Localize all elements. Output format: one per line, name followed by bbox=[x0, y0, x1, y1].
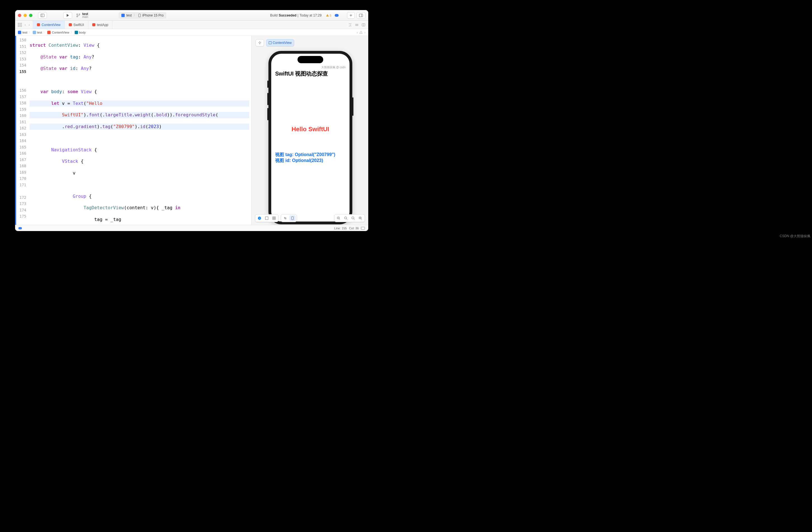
swift-file-icon bbox=[47, 31, 50, 34]
hello-text: Hello SwiftUI bbox=[275, 126, 346, 133]
debug-area-toggle[interactable] bbox=[361, 227, 365, 230]
preview-device-button[interactable] bbox=[289, 215, 295, 221]
library-button[interactable]: + bbox=[347, 12, 355, 19]
inspectors-toggle-button[interactable] bbox=[357, 12, 365, 19]
zoom-100-icon bbox=[351, 216, 355, 220]
sidebar-right-icon bbox=[359, 13, 363, 17]
svg-line-36 bbox=[346, 219, 347, 219]
editor-tabbar: ‹ › ContentView SwiftUI testApp bbox=[15, 21, 368, 29]
next-issue-button[interactable]: › bbox=[364, 31, 365, 34]
nav-forward-button[interactable]: › bbox=[29, 23, 30, 27]
svg-rect-11 bbox=[20, 23, 21, 24]
svg-rect-0 bbox=[41, 14, 44, 17]
window-toolbar: test main test 〉 iPhone 15 Pro Build Suc… bbox=[15, 10, 368, 21]
svg-point-3 bbox=[77, 14, 78, 15]
scheme-target: test bbox=[126, 13, 132, 17]
variants-button[interactable] bbox=[271, 215, 277, 221]
review-icon[interactable] bbox=[348, 23, 352, 27]
property-icon bbox=[75, 31, 78, 34]
svg-rect-24 bbox=[274, 217, 275, 218]
folder-icon bbox=[33, 31, 36, 34]
pin-preview-button[interactable] bbox=[256, 39, 264, 46]
svg-point-37 bbox=[352, 217, 354, 219]
warning-icon bbox=[326, 14, 329, 16]
navigation-title: SwiftUI 视图动态探查 bbox=[275, 70, 346, 77]
cube-icon bbox=[269, 41, 272, 44]
grid-icon bbox=[272, 216, 276, 220]
chevron-right-icon: 〉 bbox=[29, 30, 32, 34]
project-icon bbox=[18, 31, 21, 34]
swift-file-icon bbox=[37, 23, 40, 26]
add-editor-icon[interactable] bbox=[362, 23, 365, 27]
pin-icon bbox=[258, 41, 261, 44]
source-editor[interactable]: 150151152153154 155 15615715815916016116… bbox=[16, 36, 251, 225]
id-debug-text: 视图 id: Optional(2023) bbox=[275, 158, 346, 164]
svg-rect-7 bbox=[139, 14, 141, 17]
tab-testapp[interactable]: testApp bbox=[88, 21, 113, 29]
tab-swiftui[interactable]: SwiftUI bbox=[65, 21, 88, 29]
play-fill-icon bbox=[258, 216, 261, 220]
zoom-in-button[interactable] bbox=[357, 215, 363, 221]
run-destination-bar[interactable]: test 〉 iPhone 15 Pro bbox=[118, 12, 166, 19]
warning-count: 5 bbox=[330, 14, 331, 17]
crumb-folder[interactable]: test bbox=[37, 31, 42, 34]
jump-bar[interactable]: test 〉 test 〉 ContentView 〉 body ‹ › bbox=[15, 29, 368, 36]
close-window-button[interactable] bbox=[18, 14, 21, 17]
run-button[interactable] bbox=[63, 12, 72, 19]
device-volume-up bbox=[267, 93, 269, 105]
debug-indicator[interactable] bbox=[18, 227, 22, 229]
svg-rect-31 bbox=[292, 217, 294, 220]
canvas-preview: ContentView 大熊猫侯佩 @ csdn SwiftUI 视图动态探查 … bbox=[251, 36, 368, 225]
svg-marker-2 bbox=[67, 14, 69, 17]
svg-rect-12 bbox=[18, 25, 19, 26]
play-icon bbox=[66, 13, 70, 17]
nav-back-button[interactable]: ‹ bbox=[25, 23, 26, 27]
svg-rect-8 bbox=[359, 14, 363, 17]
traffic-lights bbox=[18, 14, 32, 17]
related-items-icon[interactable] bbox=[18, 23, 22, 27]
tab-label: testApp bbox=[97, 23, 108, 27]
crumb-file[interactable]: ContentView bbox=[52, 31, 69, 34]
activity-viewer[interactable]: Build Succeeded | Today at 17:29 5 bbox=[270, 13, 338, 17]
zoom-actual-button[interactable] bbox=[350, 215, 356, 221]
preview-view-name: ContentView bbox=[273, 41, 292, 45]
minimize-window-button[interactable] bbox=[24, 14, 27, 17]
zoom-in-icon bbox=[359, 216, 362, 220]
device-screen[interactable]: 大熊猫侯佩 @ csdn SwiftUI 视图动态探查 Hello SwiftU… bbox=[271, 54, 349, 221]
swift-file-icon bbox=[69, 23, 72, 26]
scheme-name[interactable]: test bbox=[82, 12, 88, 16]
device-settings-button[interactable] bbox=[282, 215, 288, 221]
svg-rect-22 bbox=[265, 217, 268, 219]
svg-marker-19 bbox=[360, 31, 362, 33]
zoom-fit-button[interactable] bbox=[343, 215, 349, 221]
adjust-editor-icon[interactable] bbox=[355, 23, 359, 27]
build-prefix: Build bbox=[270, 13, 278, 17]
warnings-badge[interactable]: 5 bbox=[326, 14, 331, 17]
prev-issue-button[interactable]: ‹ bbox=[357, 31, 358, 34]
zoom-out-button[interactable] bbox=[335, 215, 342, 221]
navigator-toggle-button[interactable] bbox=[38, 12, 47, 19]
iphone-icon bbox=[291, 216, 294, 220]
device-mute-switch bbox=[267, 81, 269, 88]
zoom-window-button[interactable] bbox=[29, 14, 32, 17]
swift-file-icon bbox=[92, 23, 95, 26]
device-volume-down bbox=[267, 108, 269, 120]
crumb-project[interactable]: test bbox=[23, 31, 27, 34]
live-preview-button[interactable] bbox=[257, 215, 263, 221]
sidebar-left-icon bbox=[41, 13, 44, 17]
selectable-preview-button[interactable] bbox=[264, 215, 270, 221]
preview-view-selector[interactable]: ContentView bbox=[266, 39, 294, 46]
iphone-icon bbox=[139, 14, 141, 17]
chevron-right-icon: 〉 bbox=[71, 30, 74, 34]
slider-icon bbox=[284, 216, 287, 220]
simulator-device: 大熊猫侯佩 @ csdn SwiftUI 视图动态探查 Hello SwiftU… bbox=[269, 51, 352, 224]
zoom-out-icon bbox=[337, 216, 340, 220]
crumb-symbol[interactable]: body bbox=[79, 31, 86, 34]
svg-point-29 bbox=[284, 217, 285, 218]
cursor-col: Col: 36 bbox=[349, 227, 359, 230]
tab-contentview[interactable]: ContentView bbox=[33, 21, 65, 29]
code-content[interactable]: struct ContentView: View { @State var ta… bbox=[29, 36, 251, 225]
build-time-value: Today at 17:29 bbox=[300, 13, 321, 17]
cloud-status-icon bbox=[335, 14, 338, 17]
chevron-right-icon: 〉 bbox=[43, 30, 46, 34]
